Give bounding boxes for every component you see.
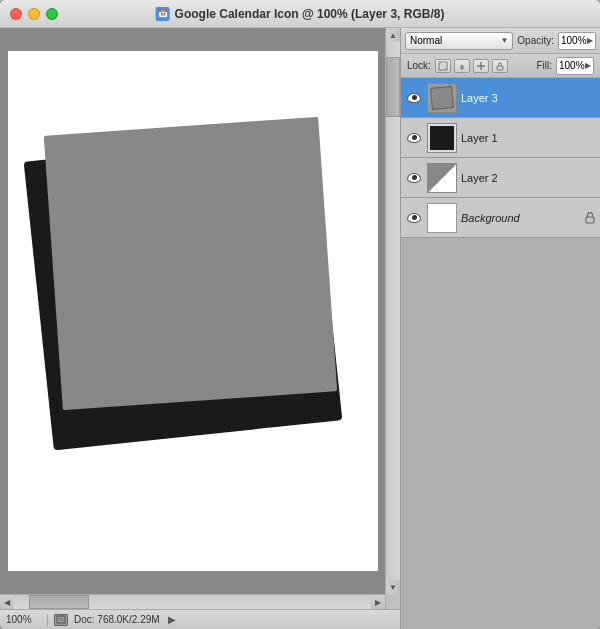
opacity-label: Opacity:	[517, 35, 554, 46]
maximize-button[interactable]	[46, 8, 58, 20]
blend-mode-select[interactable]: Normal ▼	[405, 32, 513, 50]
fill-value: 100%	[559, 60, 585, 71]
layer-item-layer2[interactable]: Layer 2	[401, 158, 600, 198]
zoom-level: 100%	[6, 614, 41, 625]
traffic-lights	[10, 8, 58, 20]
layer1-name: Layer 1	[461, 132, 596, 144]
layer3-visibility[interactable]	[405, 89, 423, 107]
opacity-value: 100%	[561, 35, 587, 46]
h-scrollbar-thumb[interactable]	[29, 595, 89, 609]
close-button[interactable]	[10, 8, 22, 20]
background-visibility[interactable]	[405, 209, 423, 227]
canvas-statusbar: 100% Doc: 768.0K/2.29M ▶	[0, 609, 400, 629]
background-thumbnail	[427, 203, 457, 233]
svg-rect-8	[586, 217, 594, 223]
layer2-thumbnail	[427, 163, 457, 193]
lock-position-btn[interactable]	[473, 59, 489, 73]
minimize-button[interactable]	[28, 8, 40, 20]
eye-pupil	[412, 135, 417, 140]
background-name: Background	[461, 212, 580, 224]
svg-rect-7	[497, 66, 503, 70]
blend-mode-label: Normal	[410, 35, 442, 46]
status-arrow[interactable]: ▶	[168, 614, 176, 625]
scroll-right-arrow[interactable]: ▶	[371, 595, 385, 609]
layer2-name: Layer 2	[461, 172, 596, 184]
layers-panel: Normal ▼ Opacity: 100% ▶ Lock:	[400, 28, 600, 629]
layer3-thumb-content	[430, 86, 454, 110]
h-scroll-area: ◀ ▶	[0, 594, 400, 609]
opacity-input[interactable]: 100% ▶	[558, 32, 596, 50]
eye-icon	[407, 173, 421, 183]
canvas-layer-gray	[43, 117, 337, 411]
vertical-scrollbar[interactable]: ▲ ▼	[385, 28, 400, 594]
eye-pupil	[412, 215, 417, 220]
layer-item-layer3[interactable]: Layer 3	[401, 78, 600, 118]
svg-line-3	[439, 62, 447, 70]
main-content: ▲ ▼ ◀ ▶ 100%	[0, 28, 600, 629]
canvas-section: ▲ ▼ ◀ ▶ 100%	[0, 28, 400, 629]
horizontal-scrollbar[interactable]: ◀ ▶	[0, 594, 385, 609]
eye-icon	[407, 93, 421, 103]
scrollbar-thumb[interactable]	[386, 57, 400, 117]
svg-point-4	[460, 66, 463, 69]
canvas-nav-icon[interactable]	[54, 614, 68, 626]
window-title: 📅 Google Calendar Icon @ 100% (Layer 3, …	[156, 7, 445, 21]
eye-pupil	[412, 175, 417, 180]
layer3-name: Layer 3	[461, 92, 596, 104]
fill-input[interactable]: 100% ▶	[556, 57, 594, 75]
blend-mode-arrow: ▼	[500, 36, 508, 45]
canvas-inner	[8, 51, 378, 571]
background-thumb-content	[428, 204, 456, 232]
canvas-area[interactable]	[0, 28, 385, 594]
layer3-thumbnail	[427, 83, 457, 113]
lock-icons	[435, 59, 508, 73]
eye-icon	[407, 133, 421, 143]
layer2-visibility[interactable]	[405, 169, 423, 187]
svg-rect-1	[59, 618, 63, 621]
layer-item-layer1[interactable]: Layer 1	[401, 118, 600, 158]
app-window: 📅 Google Calendar Icon @ 100% (Layer 3, …	[0, 0, 600, 629]
fill-label: Fill:	[536, 60, 552, 71]
title-text: Google Calendar Icon @ 100% (Layer 3, RG…	[175, 7, 445, 21]
app-icon: 📅	[156, 7, 170, 21]
lock-all-btn[interactable]	[492, 59, 508, 73]
scroll-corner	[385, 594, 400, 609]
layer2-thumb-content	[428, 164, 456, 192]
lock-fill-row: Lock:	[401, 54, 600, 78]
status-divider	[47, 614, 48, 626]
blend-opacity-row: Normal ▼ Opacity: 100% ▶	[401, 28, 600, 54]
lock-transparent-btn[interactable]	[435, 59, 451, 73]
lock-pixels-btn[interactable]	[454, 59, 470, 73]
titlebar: 📅 Google Calendar Icon @ 100% (Layer 3, …	[0, 0, 600, 28]
scroll-left-arrow[interactable]: ◀	[0, 595, 14, 609]
layer1-thumbnail	[427, 123, 457, 153]
opacity-arrow: ▶	[587, 36, 593, 45]
canvas-with-scrollbar: ▲ ▼	[0, 28, 400, 594]
layer1-visibility[interactable]	[405, 129, 423, 147]
layers-list: Layer 3 Layer 1	[401, 78, 600, 629]
background-lock-icon	[584, 211, 596, 225]
fill-arrow: ▶	[585, 61, 591, 70]
layer-item-background[interactable]: Background	[401, 198, 600, 238]
scroll-down-arrow[interactable]: ▼	[386, 580, 400, 594]
lock-label: Lock:	[407, 60, 431, 71]
eye-icon	[407, 213, 421, 223]
layer1-thumb-content	[430, 126, 454, 150]
doc-size: Doc: 768.0K/2.29M	[74, 614, 160, 625]
eye-pupil	[412, 95, 417, 100]
scroll-up-arrow[interactable]: ▲	[386, 28, 400, 42]
